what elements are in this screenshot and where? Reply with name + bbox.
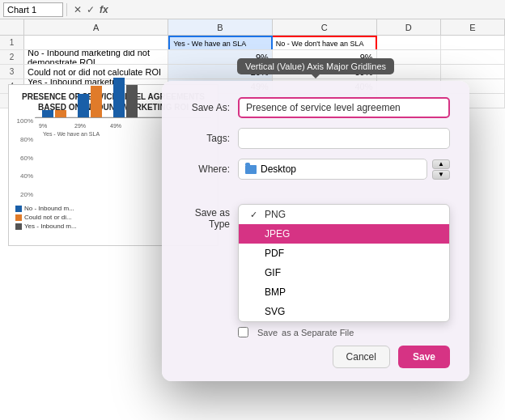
bar-label: 49% <box>110 123 121 129</box>
chevron-down-btn[interactable]: ▼ <box>432 170 450 180</box>
y-label: 80% <box>20 136 33 143</box>
legend-label: Yes - Inbound m... <box>24 223 77 230</box>
bar-group <box>78 86 102 117</box>
where-chevrons: ▲ ▼ <box>432 159 450 180</box>
type-option-label: SVG <box>265 306 285 317</box>
row-number: 2 <box>0 50 24 64</box>
tags-label: Tags: <box>181 133 238 144</box>
y-label: 100% <box>17 117 33 125</box>
bar-label: 9% <box>39 123 47 129</box>
bar-group <box>42 110 66 117</box>
cell-name-text: Chart 1 <box>7 5 36 15</box>
where-value[interactable]: Desktop <box>238 159 427 180</box>
dialog-tooltip: Vertical (Value) Axis Major Gridlines <box>237 58 394 74</box>
bar <box>42 110 53 117</box>
legend-swatch <box>15 223 22 230</box>
dialog-form: Save As: Tags: Where: Desktop ▲ ▼ <box>162 81 469 197</box>
cell[interactable] <box>24 36 168 49</box>
tags-row: Tags: <box>181 128 450 149</box>
tooltip-text: Vertical (Value) Axis Major Gridlines <box>245 62 386 71</box>
bar-group <box>113 78 138 117</box>
cell[interactable] <box>441 50 505 64</box>
checkmark-icon[interactable]: ✓ <box>87 4 95 15</box>
chart-y-axis: 100% 80% 60% 40% 20% <box>15 117 35 198</box>
col-header-b[interactable]: B <box>168 19 273 35</box>
cell[interactable] <box>441 36 505 49</box>
bar <box>126 85 138 117</box>
type-option-jpeg[interactable]: JPEG <box>239 224 449 244</box>
col-header-e[interactable]: E <box>441 19 505 35</box>
formula-bar: Chart 1 ✕ ✓ fx <box>0 0 505 19</box>
where-row: Where: Desktop ▲ ▼ <box>181 159 450 180</box>
col-header-c[interactable]: C <box>273 19 377 35</box>
dialog-buttons: Cancel Save <box>162 337 469 368</box>
bar <box>55 110 66 117</box>
cell[interactable] <box>441 65 505 78</box>
where-label: Where: <box>181 163 238 175</box>
save-button[interactable]: Save <box>398 346 450 368</box>
save-label-prefix: Save <box>257 328 278 337</box>
cell[interactable]: No - Inbound marketing did not demonstra… <box>24 50 168 64</box>
save-dialog: Vertical (Value) Axis Major Gridlines Sa… <box>162 81 469 381</box>
table-row: 1 Yes - We have an SLA No - We don't hav… <box>0 36 505 50</box>
fx-icon[interactable]: fx <box>100 4 108 15</box>
y-label: 40% <box>20 172 33 180</box>
type-dropdown[interactable]: ✓ PNG JPEG PDF GIF <box>238 204 450 322</box>
bar <box>113 78 125 117</box>
type-area: ✓ PNG JPEG PDF GIF <box>238 204 450 337</box>
bar-label: 29% <box>74 123 86 129</box>
row-number: 3 <box>0 65 24 78</box>
row-num-header <box>0 19 24 35</box>
type-label: Save as Type <box>181 204 238 230</box>
row-number: 1 <box>0 36 24 49</box>
legend-swatch <box>15 206 22 212</box>
cell[interactable]: Yes - We have an SLA <box>168 36 273 49</box>
cell[interactable] <box>377 36 441 49</box>
chevron-up-btn[interactable]: ▲ <box>432 159 450 169</box>
formula-divider <box>66 3 67 16</box>
type-option-label: GIF <box>265 267 281 278</box>
bar <box>91 86 102 117</box>
type-option-bmp[interactable]: BMP <box>239 282 449 302</box>
col-headers: A B C D E <box>0 19 505 36</box>
save-as-input[interactable] <box>238 97 450 118</box>
bar <box>78 94 89 117</box>
col-header-d[interactable]: D <box>377 19 441 35</box>
type-option-label: BMP <box>265 286 286 298</box>
checkmark-icon: ✓ <box>250 210 260 220</box>
save-as-separate-row: Save as a Separate File <box>238 327 450 337</box>
save-as-label: Save As: <box>181 102 238 113</box>
legend-label: Could not or di... <box>24 214 72 221</box>
type-option-png[interactable]: ✓ PNG <box>239 205 449 224</box>
formula-icons: ✕ ✓ fx <box>70 4 112 15</box>
save-separate-checkbox[interactable] <box>238 327 248 337</box>
folder-icon <box>245 165 257 174</box>
type-option-label: JPEG <box>265 228 290 240</box>
close-icon[interactable]: ✕ <box>74 4 82 15</box>
type-option-label: PNG <box>265 209 286 220</box>
where-text: Desktop <box>261 163 296 175</box>
type-row: Save as Type ✓ PNG JPEG PDF <box>181 204 450 337</box>
save-label-suffix: as a Separate File <box>282 328 354 337</box>
legend-label: No - Inbound m... <box>24 205 74 212</box>
type-section: Save as Type ✓ PNG JPEG PDF <box>162 197 469 337</box>
col-header-a[interactable]: A <box>24 19 168 35</box>
cancel-button[interactable]: Cancel <box>333 346 390 368</box>
y-label: 60% <box>20 155 33 162</box>
legend-swatch <box>15 214 22 221</box>
tags-input[interactable] <box>238 128 450 149</box>
cell-name-box[interactable]: Chart 1 <box>3 2 63 17</box>
type-option-svg[interactable]: SVG <box>239 302 449 321</box>
save-as-row: Save As: <box>181 97 450 118</box>
cell[interactable]: Could not or did not calculate ROI <box>24 65 168 78</box>
type-option-pdf[interactable]: PDF <box>239 244 449 263</box>
y-label: 20% <box>20 191 33 198</box>
cell[interactable]: No - We don't have an SLA <box>273 36 377 49</box>
type-option-gif[interactable]: GIF <box>239 263 449 282</box>
type-option-label: PDF <box>265 248 284 259</box>
